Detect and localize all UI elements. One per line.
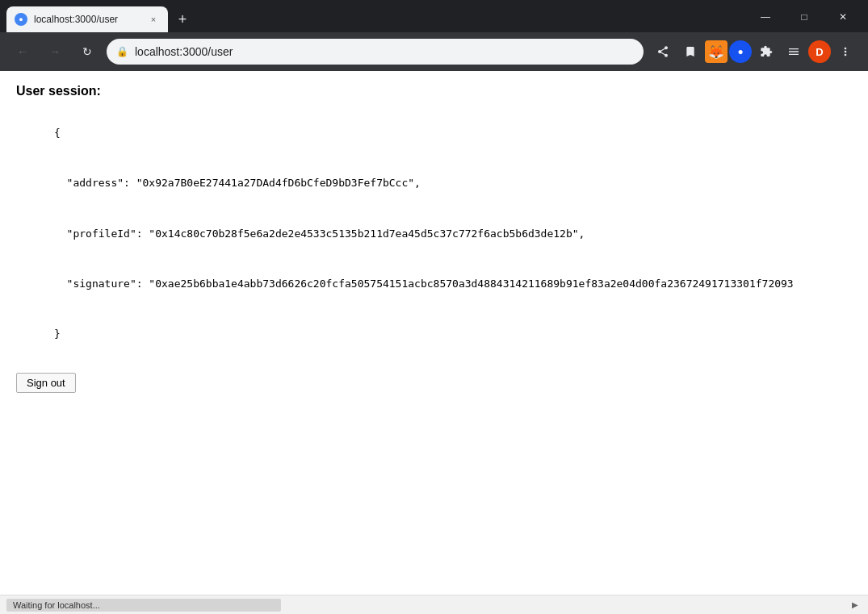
nav-actions: 🦊 ● D [650,39,858,65]
extensions-button[interactable] [753,39,779,65]
menu-button[interactable] [832,39,858,65]
refresh-button[interactable]: ↻ [74,39,100,65]
metamask-extension-icon[interactable]: 🦊 [705,40,728,63]
browser-window: ● localhost:3000/user × + — □ ✕ ← → ↻ 🔒 … [0,0,868,614]
window-controls: — □ ✕ [747,5,862,32]
profile-button[interactable]: D [808,40,831,63]
tab-close-button[interactable]: × [147,13,160,26]
new-tab-button[interactable]: + [171,8,194,31]
signature-line: "signature": "0xae25b6bba1e4abb73d6626c2… [54,278,794,290]
sign-out-button[interactable]: Sign out [16,373,76,393]
page-content: User session: { "address": "0x92a7B0eE27… [0,71,868,595]
forward-button[interactable]: → [42,39,68,65]
lock-icon: 🔒 [116,46,128,57]
address-text: localhost:3000/user [135,45,634,58]
close-button[interactable]: ✕ [824,5,862,29]
page-title: User session: [16,84,852,98]
json-close: } [54,328,61,340]
json-block: { "address": "0x92a7B0eE27441a27DAd4fD6b… [16,108,852,360]
back-button[interactable]: ← [10,39,36,65]
sidebar-button[interactable] [781,39,807,65]
navigation-bar: ← → ↻ 🔒 localhost:3000/user 🦊 ● D [0,32,868,71]
json-open: { [54,127,61,139]
status-bar: Waiting for localhost... ▶ [0,595,868,614]
tab-area: ● localhost:3000/user × + [6,0,747,32]
tab-title: localhost:3000/user [34,14,140,25]
tab-favicon: ● [15,13,27,26]
circle-extension-icon[interactable]: ● [729,40,752,63]
minimize-button[interactable]: — [747,5,784,29]
bookmark-button[interactable] [677,39,703,65]
title-bar: ● localhost:3000/user × + — □ ✕ [0,0,868,32]
address-line: "address": "0x92a7B0eE27441a27DAd4fD6bCf… [54,177,421,189]
share-button[interactable] [650,39,676,65]
active-tab[interactable]: ● localhost:3000/user × [6,6,168,32]
status-text: Waiting for localhost... [6,599,281,612]
address-bar[interactable]: 🔒 localhost:3000/user [107,39,644,65]
maximize-button[interactable]: □ [786,5,823,29]
scroll-indicator: ▶ [852,600,862,610]
profile-id-line: "profileId": "0x14c80c70b28f5e6a2de2e453… [54,228,585,240]
